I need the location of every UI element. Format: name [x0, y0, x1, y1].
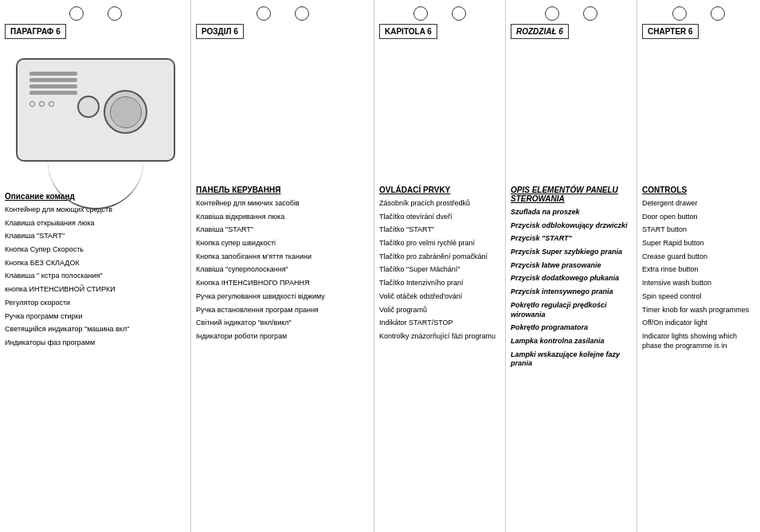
item-russian-6: кнопка ИНТЕНСИВНОЙ СТИРКИ	[5, 285, 186, 295]
item-czech-6: Tlačítko Intenzivního praní	[379, 279, 500, 288]
item-ukrainian-5: Клавіша "суперполоскання"	[196, 265, 369, 275]
item-czech-0: Zásobník pracích prostředků	[379, 199, 500, 209]
chapter-box-russian: ПАРАГРАФ 6	[5, 24, 66, 39]
circle-icon-7	[545, 6, 559, 21]
item-english-6: Intensive wash button	[642, 279, 755, 288]
section-title-czech: OVLÁDACÍ PRVKY	[379, 186, 500, 194]
ctrl-dot-2	[39, 101, 45, 107]
item-russian-7: Регулятор скорости	[5, 299, 186, 308]
item-ukrainian-0: Контейнер для миючих засобів	[196, 199, 369, 209]
circle-icon-6	[452, 6, 466, 21]
circle-icon-9	[672, 6, 687, 21]
top-circles-col3	[379, 6, 500, 21]
circle-icon-3	[257, 6, 271, 21]
column-english: CHAPTER 6 CONTROLS Detergent drawer Door…	[637, 0, 760, 532]
ctrl-dot-1	[29, 101, 35, 107]
item-polish-2: Przycisk "START"	[511, 234, 632, 244]
circle-icon-8	[583, 6, 597, 21]
ctrl-bar-4	[29, 91, 77, 95]
item-russian-4: Кнопка БЕЗ СКЛАДОК	[5, 259, 186, 268]
item-polish-3: Przycisk Super szybkiego prania	[511, 248, 632, 257]
chapter-header-col3: KAPITOLA 6	[379, 24, 500, 39]
item-polish-4: Przycisk łatwe prasowanie	[511, 261, 632, 271]
column-czech: KAPITOLA 6 OVLÁDACÍ PRVKY Zásobník prací…	[374, 0, 506, 532]
item-russian-1: Клавиша открывания люка	[5, 219, 186, 229]
washer-controls-panel	[29, 72, 77, 107]
item-ukrainian-7: Ручка регулювання швидкості віджиму	[196, 292, 369, 302]
top-circles-col2	[196, 6, 369, 21]
circle-icon-5	[413, 6, 428, 21]
item-czech-1: Tlačítko otevírání dveří	[379, 213, 500, 222]
item-polish-10: Lampki wskazujące kolejne fazy prania	[511, 350, 632, 369]
item-russian-8: Ручка программ стирки	[5, 312, 186, 322]
item-english-7: Spin speed control	[642, 292, 755, 302]
column-ukrainian: РОЗДІЛ 6 ПАНЕЛЬ КЕРУВАННЯ Контейнер для …	[191, 0, 374, 532]
circle-icon-10	[711, 6, 725, 21]
chapter-box-czech: KAPITOLA 6	[379, 24, 437, 39]
washer-door-inner	[110, 96, 142, 128]
item-czech-3: Tlačítko pro velmi rychlé praní	[379, 239, 500, 248]
item-russian-3: Кнопка Супер Скорость	[5, 245, 186, 255]
item-czech-8: Volič programů	[379, 306, 500, 315]
item-russian-2: Клавиша "START"	[5, 232, 186, 241]
circle-icon-1	[69, 6, 84, 21]
item-polish-0: Szuflada na proszek	[511, 208, 632, 217]
section-title-polish: OPIS ELEMENTÓW PANELU STEROWANIA	[511, 186, 632, 203]
chapter-header-col2: РОЗДІЛ 6	[196, 24, 369, 39]
item-ukrainian-6: Кнопка ІНТЕНСИВНОГО ПРАННЯ	[196, 279, 369, 288]
item-russian-9: Светящийся индикатор "машина вкл"	[5, 325, 186, 334]
item-ukrainian-8: Ручка встановлення програм прання	[196, 306, 369, 315]
item-czech-9: Indikátor START/STOP	[379, 319, 500, 328]
item-czech-4: Tlačítko pro zabránění pomačkání	[379, 252, 500, 262]
ctrl-bar-3	[29, 84, 77, 88]
chapter-header-col4: ROZDZIAŁ 6	[511, 24, 632, 39]
chapter-box-english: CHAPTER 6	[642, 24, 699, 39]
chapter-box-polish: ROZDZIAŁ 6	[511, 24, 569, 39]
washer-door	[104, 90, 147, 134]
item-ukrainian-9: Світний індикатор "вкл/викл"	[196, 319, 369, 328]
item-russian-5: Клавиша " кстра полоскания"	[5, 272, 186, 281]
item-polish-8: Pokrętło programatora	[511, 323, 632, 333]
ctrl-bar-1	[29, 72, 77, 76]
item-ukrainian-3: Кнопка супер швидкості	[196, 239, 369, 248]
item-english-2: START button	[642, 225, 755, 235]
item-english-10: Indicator lights showing which phase the…	[642, 332, 755, 350]
item-english-3: Super Rapid button	[642, 239, 755, 248]
chapter-header-col1: ПАРАГРАФ 6	[5, 24, 186, 39]
item-polish-9: Lampka kontrolna zasilania	[511, 337, 632, 346]
washer-body	[16, 58, 175, 162]
item-english-9: Off/On indicator light	[642, 319, 755, 328]
item-ukrainian-10: Індикатори роботи програм	[196, 332, 369, 342]
top-circles-col5	[642, 6, 755, 21]
section-title-ukrainian: ПАНЕЛЬ КЕРУВАННЯ	[196, 186, 369, 194]
item-czech-7: Volič otáček odstřed'ování	[379, 292, 500, 302]
item-ukrainian-1: Клавіша відкривання люка	[196, 213, 369, 222]
item-polish-6: Przycisk intensywnego prania	[511, 288, 632, 297]
ctrl-bar-2	[29, 78, 77, 82]
washer-arc	[48, 162, 143, 209]
circle-icon-2	[108, 6, 122, 21]
item-english-8: Timer knob for wash programmes	[642, 306, 755, 315]
column-russian: ПАРАГРАФ 6 Описание команд Контейнер	[0, 0, 191, 532]
top-circles-col4	[511, 6, 632, 21]
item-polish-1: Przycisk odblokowujący drzwiczki	[511, 221, 632, 231]
item-ukrainian-4: Кнопка запобігання м'яття тканини	[196, 252, 369, 262]
ctrl-dot-3	[49, 101, 54, 107]
item-russian-10: Индикаторы фаз программ	[5, 338, 186, 348]
item-czech-10: Kontrolky znázorňující fázi programu	[379, 332, 500, 342]
chapter-header-col5: CHAPTER 6	[642, 24, 755, 39]
section-title-english: CONTROLS	[642, 186, 755, 194]
item-english-4: Crease guard button	[642, 252, 755, 262]
item-polish-7: Pokrętło regulacji prędkości wirowania	[511, 301, 632, 319]
item-english-0: Detergent drawer	[642, 199, 755, 209]
item-english-5: Extra rinse button	[642, 265, 755, 275]
circle-icon-4	[295, 6, 309, 21]
column-polish: ROZDZIAŁ 6 OPIS ELEMENTÓW PANELU STEROWA…	[506, 0, 637, 532]
item-ukrainian-2: Клавіша "START"	[196, 225, 369, 235]
item-czech-5: Tlačítko "Super Máchání"	[379, 265, 500, 275]
item-polish-5: Przycisk dodatkowego płukania	[511, 274, 632, 284]
ctrl-dots	[29, 101, 77, 107]
item-czech-2: Tlačítko "START"	[379, 225, 500, 235]
top-circles-col1	[5, 6, 186, 21]
washer-illustration	[12, 50, 179, 178]
